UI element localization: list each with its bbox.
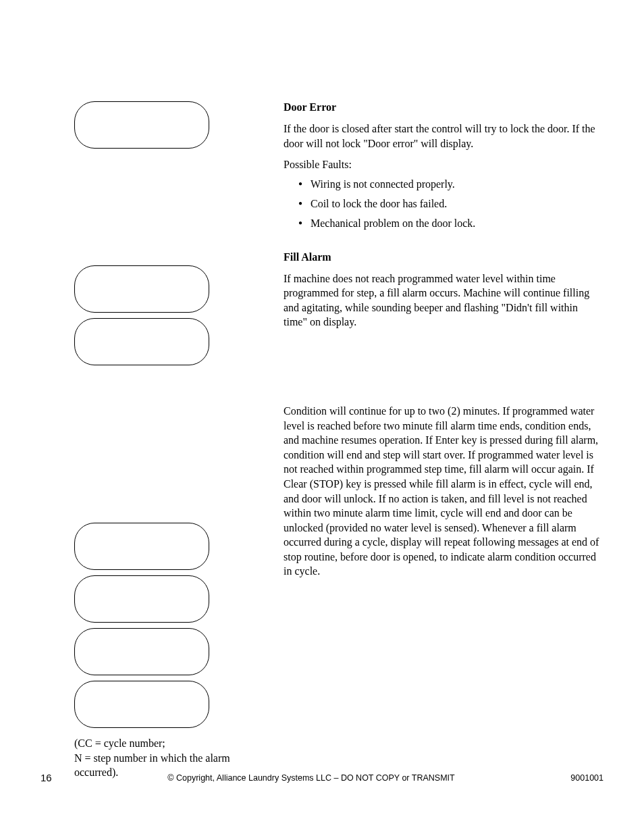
page-number: 16: [41, 772, 52, 783]
display-box: [74, 681, 209, 728]
display-box: [74, 575, 209, 623]
fault-item: Wiring is not connected properly.: [298, 178, 601, 192]
right-column: Door Error If the door is closed after s…: [277, 101, 601, 780]
copyright-text: © Copyright, Alliance Laundry Systems LL…: [52, 773, 571, 783]
fault-item: Mechanical problem on the door lock.: [298, 217, 601, 231]
display-box: [74, 265, 209, 313]
fill-alarm-section: Fill Alarm If machine does not reach pro…: [284, 251, 601, 579]
display-box: [74, 318, 209, 365]
possible-faults-label: Possible Faults:: [284, 159, 601, 171]
footer: 16 © Copyright, Alliance Laundry Systems…: [0, 772, 644, 783]
fill-alarm-body-2: Condition will continue for up to two (2…: [284, 404, 601, 579]
fill-alarm-body-1: If machine does not reach programmed wat…: [284, 271, 601, 330]
fault-item: Coil to lock the door has failed.: [298, 197, 601, 211]
door-error-body: If the door is closed after start the co…: [284, 122, 601, 151]
display-box: [74, 628, 209, 675]
document-id: 9001001: [570, 773, 603, 783]
fill-alarm-title: Fill Alarm: [284, 251, 601, 263]
door-error-section: Door Error If the door is closed after s…: [284, 101, 601, 231]
display-box: [74, 101, 209, 149]
faults-list: Wiring is not connected properly. Coil t…: [284, 178, 601, 230]
caption-line-1: (CC = cycle number;: [74, 736, 257, 751]
display-box: [74, 523, 209, 570]
left-column: (CC = cycle number; N = step number in w…: [41, 101, 277, 780]
door-error-title: Door Error: [284, 101, 601, 113]
